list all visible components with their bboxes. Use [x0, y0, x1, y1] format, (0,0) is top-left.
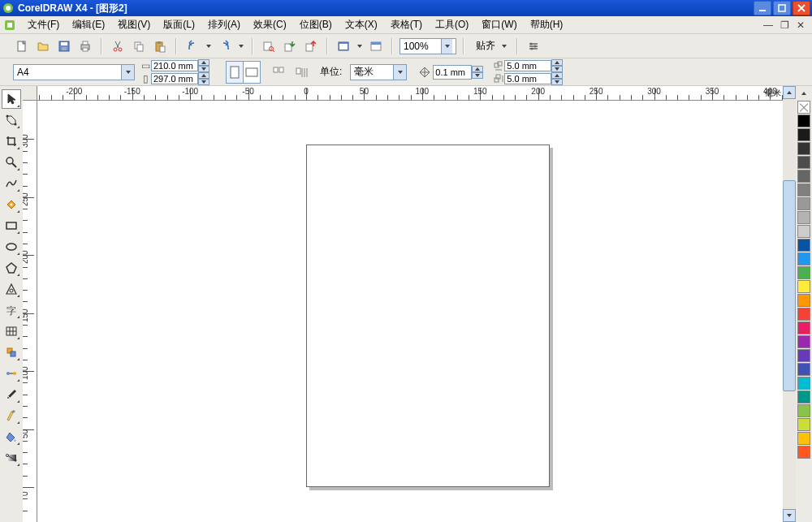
options-button[interactable]: [525, 37, 542, 55]
interactive-tool[interactable]: [2, 364, 21, 383]
width-down[interactable]: [198, 66, 209, 72]
cut-button[interactable]: [109, 37, 127, 55]
doc-minimize-button[interactable]: —: [762, 19, 775, 31]
height-down[interactable]: [198, 79, 209, 85]
redo-dropdown[interactable]: [237, 37, 245, 55]
ellipse-tool[interactable]: [2, 237, 21, 257]
color-swatch[interactable]: [797, 390, 810, 403]
color-swatch[interactable]: [797, 363, 810, 376]
color-swatch[interactable]: [797, 211, 810, 224]
table-tool[interactable]: [2, 321, 21, 341]
height-up[interactable]: [198, 72, 209, 79]
rectangle-tool[interactable]: [2, 216, 21, 235]
units-selector[interactable]: 毫米: [350, 64, 407, 80]
color-swatch[interactable]: [797, 349, 810, 362]
width-up[interactable]: [198, 59, 209, 66]
eyedropper-tool[interactable]: [2, 385, 21, 404]
copy-button[interactable]: [130, 37, 148, 55]
menu-layout[interactable]: 版面(L): [157, 16, 201, 33]
color-swatch[interactable]: [797, 239, 810, 252]
paste-button[interactable]: [151, 37, 169, 55]
color-swatch[interactable]: [797, 197, 810, 210]
color-swatch[interactable]: [797, 432, 810, 445]
print-button[interactable]: [76, 37, 94, 55]
scroll-thumb[interactable]: [783, 180, 796, 391]
dup-x-up[interactable]: [551, 59, 563, 66]
color-swatch[interactable]: [797, 183, 810, 196]
doc-restore-button[interactable]: ❐: [778, 19, 791, 31]
color-swatch[interactable]: [797, 114, 810, 127]
color-swatch[interactable]: [797, 142, 810, 155]
all-pages-button[interactable]: [270, 63, 287, 81]
search-content-button[interactable]: [260, 37, 278, 55]
fill-tool[interactable]: [2, 427, 21, 447]
new-button[interactable]: [13, 37, 31, 55]
app-launcher-button[interactable]: [335, 37, 352, 55]
landscape-button[interactable]: [243, 61, 261, 84]
open-button[interactable]: [34, 37, 52, 55]
paper-size-selector[interactable]: A4: [13, 64, 135, 80]
page-width-input[interactable]: [151, 60, 198, 71]
vertical-ruler[interactable]: 300250200150100500: [23, 101, 37, 522]
save-button[interactable]: [55, 37, 73, 55]
menu-view[interactable]: 视图(V): [111, 16, 157, 33]
ruler-origin[interactable]: [23, 86, 37, 101]
minimize-button[interactable]: [754, 1, 771, 15]
doc-close-button[interactable]: ✕: [794, 19, 807, 31]
zoom-tool[interactable]: [2, 153, 21, 172]
menu-window[interactable]: 窗口(W): [475, 16, 523, 33]
close-button[interactable]: [793, 1, 810, 15]
menu-effects[interactable]: 效果(C): [247, 16, 293, 33]
redo-button[interactable]: [216, 37, 234, 55]
dup-y-up[interactable]: [551, 72, 563, 79]
no-color-swatch[interactable]: [797, 101, 810, 114]
welcome-screen-button[interactable]: [367, 37, 385, 55]
text-tool[interactable]: 字: [2, 300, 21, 320]
color-swatch[interactable]: [797, 225, 810, 238]
basic-shapes-tool[interactable]: [2, 279, 21, 299]
color-swatch[interactable]: [797, 252, 810, 265]
interactive-fill-tool[interactable]: [2, 448, 21, 468]
color-swatch[interactable]: [797, 404, 810, 417]
pick-tool[interactable]: [2, 89, 21, 109]
page-height-input[interactable]: [151, 73, 198, 84]
color-swatch[interactable]: [797, 156, 810, 169]
zoom-selector[interactable]: 100%: [400, 38, 456, 54]
vertical-scrollbar[interactable]: [783, 86, 796, 522]
dimension-tool[interactable]: [2, 343, 21, 362]
menu-edit[interactable]: 编辑(E): [66, 16, 111, 33]
nudge-input[interactable]: [433, 65, 472, 80]
canvas[interactable]: [37, 101, 783, 522]
portrait-button[interactable]: [226, 61, 244, 84]
color-swatch[interactable]: [797, 294, 810, 307]
smart-fill-tool[interactable]: [2, 195, 21, 214]
polygon-tool[interactable]: [2, 258, 21, 278]
shape-tool[interactable]: [2, 110, 21, 130]
scroll-up[interactable]: [783, 86, 796, 99]
scroll-track[interactable]: [783, 99, 796, 509]
dup-y-input[interactable]: [504, 73, 551, 84]
color-swatch[interactable]: [797, 308, 810, 321]
menu-arrange[interactable]: 排列(A): [201, 16, 247, 33]
color-swatch[interactable]: [797, 266, 810, 279]
import-button[interactable]: [281, 37, 299, 55]
color-swatch[interactable]: [797, 280, 810, 293]
horizontal-ruler[interactable]: 毫米-250-200-150-100-500501001502002503003…: [37, 86, 783, 101]
color-swatch[interactable]: [797, 377, 810, 390]
crop-tool[interactable]: [2, 132, 21, 151]
dup-x-down[interactable]: [551, 66, 563, 72]
color-swatch[interactable]: [797, 335, 810, 348]
menu-bitmaps[interactable]: 位图(B): [293, 16, 339, 33]
menu-table[interactable]: 表格(T): [384, 16, 429, 33]
freehand-tool[interactable]: [2, 174, 21, 193]
menu-tools[interactable]: 工具(O): [429, 16, 475, 33]
export-button[interactable]: [302, 37, 320, 55]
dup-x-input[interactable]: [504, 60, 551, 71]
palette-up[interactable]: [797, 88, 810, 99]
color-swatch[interactable]: [797, 128, 810, 141]
scroll-down[interactable]: [783, 509, 796, 522]
undo-button[interactable]: [184, 37, 201, 55]
color-swatch[interactable]: [797, 446, 810, 459]
color-swatch[interactable]: [797, 321, 810, 334]
menu-file[interactable]: 文件(F): [21, 16, 66, 33]
